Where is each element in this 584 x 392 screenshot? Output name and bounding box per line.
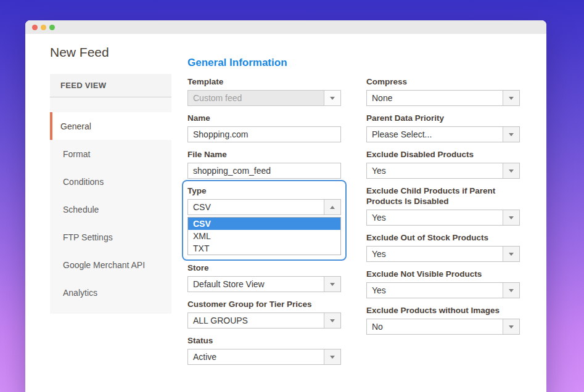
template-select: Custom feed <box>187 90 341 106</box>
exclude-without-images-select[interactable]: No <box>366 319 520 335</box>
sidebar-item-conditions[interactable]: Conditions <box>50 168 171 195</box>
file-name-label: File Name <box>187 149 341 160</box>
exclude-child-value: Yes <box>367 213 386 223</box>
chevron-down-icon <box>330 319 335 322</box>
store-value: Default Store View <box>188 279 265 289</box>
field-customer-group: Customer Group for Tier Prices ALL GROUP… <box>187 299 341 329</box>
exclude-not-visible-dropdown-arrow[interactable] <box>503 283 519 298</box>
sidebar-header: FEED VIEW <box>50 74 171 97</box>
chevron-down-icon <box>509 253 514 256</box>
type-option-xml[interactable]: XML <box>188 230 340 242</box>
type-value: CSV <box>188 202 211 212</box>
parent-data-priority-select[interactable]: Please Select... <box>366 126 520 142</box>
sidebar-item-format[interactable]: Format <box>50 140 171 168</box>
store-label: Store <box>187 263 341 273</box>
type-dropdown-arrow[interactable] <box>324 200 340 214</box>
exclude-disabled-value: Yes <box>367 166 386 176</box>
template-dropdown-arrow <box>324 91 340 105</box>
page-title: New Feed <box>50 45 109 60</box>
exclude-without-images-label: Exclude Products without Images <box>366 305 520 316</box>
field-type-focused: Type CSV CSV XML TXT <box>182 180 347 261</box>
field-exclude-out-of-stock: Exclude Out of Stock Products Yes <box>366 232 520 262</box>
exclude-not-visible-label: Exclude Not Visible Products <box>366 269 520 279</box>
chevron-down-icon <box>509 133 514 136</box>
field-exclude-disabled: Exclude Disabled Products Yes <box>366 149 520 179</box>
exclude-out-of-stock-label: Exclude Out of Stock Products <box>366 232 520 243</box>
exclude-out-of-stock-select[interactable]: Yes <box>366 246 520 262</box>
field-exclude-child: Exclude Child Products if Parent Product… <box>366 186 520 226</box>
field-name: Name <box>187 113 341 142</box>
exclude-child-select[interactable]: Yes <box>366 210 520 226</box>
customer-group-label: Customer Group for Tier Prices <box>187 299 341 309</box>
form-right-column: Compress None Parent Data Priority Pleas… <box>366 76 520 341</box>
exclude-child-dropdown-arrow[interactable] <box>503 210 519 225</box>
minimize-button[interactable] <box>41 25 46 30</box>
field-parent-data-priority: Parent Data Priority Please Select... <box>366 113 520 142</box>
exclude-without-images-dropdown-arrow[interactable] <box>503 319 519 334</box>
status-label: Status <box>187 335 341 346</box>
status-value: Active <box>188 352 216 362</box>
status-dropdown-arrow[interactable] <box>324 349 340 364</box>
chevron-down-icon <box>330 283 335 286</box>
parent-data-priority-label: Parent Data Priority <box>366 113 520 123</box>
parent-data-priority-value: Please Select... <box>367 129 432 139</box>
sidebar-item-google-merchant-api[interactable]: Google Merchant API <box>50 251 171 279</box>
sidebar-item-ftp-settings[interactable]: FTP Settings <box>50 223 171 251</box>
sidebar-item-analytics[interactable]: Analytics <box>50 279 171 306</box>
compress-label: Compress <box>366 76 520 87</box>
window-content: New Feed FEED VIEW General Format Condit… <box>25 34 546 392</box>
template-label: Template <box>187 76 341 87</box>
close-button[interactable] <box>32 25 38 30</box>
template-value: Custom feed <box>188 93 242 103</box>
sidebar-item-general[interactable]: General <box>50 112 171 140</box>
status-select[interactable]: Active <box>187 349 341 365</box>
compress-dropdown-arrow[interactable] <box>503 91 519 105</box>
compress-select[interactable]: None <box>366 90 520 106</box>
compress-value: None <box>367 93 392 103</box>
exclude-child-label: Exclude Child Products if Parent Product… <box>366 186 520 206</box>
exclude-out-of-stock-value: Yes <box>367 249 386 259</box>
sidebar-items: General Format Conditions Schedule FTP S… <box>50 97 171 314</box>
exclude-without-images-value: No <box>367 322 383 332</box>
field-status: Status Active <box>187 335 341 365</box>
field-compress: Compress None <box>366 76 520 106</box>
exclude-disabled-dropdown-arrow[interactable] <box>503 163 519 178</box>
type-option-csv[interactable]: CSV <box>188 218 340 230</box>
sidebar-item-schedule[interactable]: Schedule <box>50 195 171 223</box>
type-option-txt[interactable]: TXT <box>188 242 340 255</box>
exclude-not-visible-value: Yes <box>367 285 386 295</box>
customer-group-dropdown-arrow[interactable] <box>324 313 340 328</box>
store-dropdown-arrow[interactable] <box>324 277 340 292</box>
chevron-down-icon <box>509 325 514 329</box>
name-input[interactable] <box>187 126 341 142</box>
exclude-disabled-select[interactable]: Yes <box>366 163 520 179</box>
customer-group-select[interactable]: ALL GROUPS <box>187 312 341 329</box>
exclude-out-of-stock-dropdown-arrow[interactable] <box>503 247 519 261</box>
chevron-down-icon <box>330 356 335 359</box>
exclude-disabled-label: Exclude Disabled Products <box>366 149 520 160</box>
app-window: New Feed FEED VIEW General Format Condit… <box>25 20 546 392</box>
chevron-down-icon <box>509 216 514 219</box>
field-template: Template Custom feed <box>187 76 341 106</box>
type-label: Type <box>187 186 341 196</box>
field-store: Store Default Store View <box>187 263 341 292</box>
store-select[interactable]: Default Store View <box>187 276 341 292</box>
name-label: Name <box>187 113 341 123</box>
file-name-input[interactable] <box>187 163 341 179</box>
parent-data-priority-dropdown-arrow[interactable] <box>503 127 519 142</box>
chevron-down-icon <box>509 169 514 173</box>
chevron-down-icon <box>509 289 514 292</box>
type-select[interactable]: CSV <box>187 199 341 215</box>
window-titlebar[interactable] <box>25 20 546 34</box>
exclude-not-visible-select[interactable]: Yes <box>366 282 520 298</box>
field-file-name: File Name <box>187 149 341 179</box>
zoom-button[interactable] <box>49 25 55 30</box>
customer-group-value: ALL GROUPS <box>188 316 248 325</box>
chevron-up-icon <box>330 206 335 209</box>
form-left-column: General Information Template Custom feed… <box>187 56 341 372</box>
field-exclude-without-images: Exclude Products without Images No <box>366 305 520 335</box>
section-heading: General Information <box>187 56 341 70</box>
sidebar: FEED VIEW General Format Conditions Sche… <box>50 74 171 314</box>
field-exclude-not-visible: Exclude Not Visible Products Yes <box>366 269 520 298</box>
type-options-list: CSV XML TXT <box>187 217 341 255</box>
